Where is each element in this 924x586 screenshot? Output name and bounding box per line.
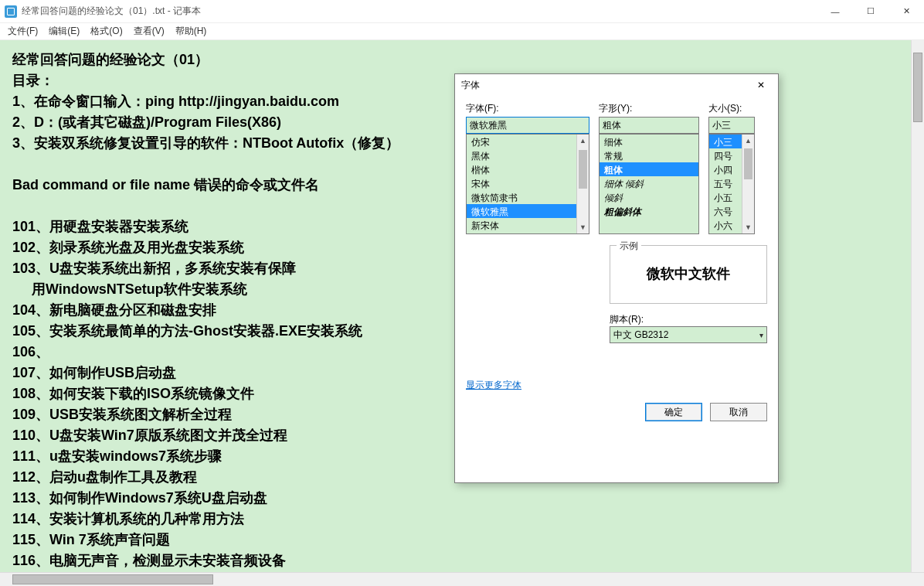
menu-file[interactable]: 文件(F) bbox=[3, 23, 42, 39]
font-dialog: 字体 ✕ 字体(F): 仿宋黑体楷体宋体微软简隶书微软雅黑新宋体 ▲ ▼ bbox=[454, 73, 779, 483]
dialog-body: 字体(F): 仿宋黑体楷体宋体微软简隶书微软雅黑新宋体 ▲ ▼ 字形(Y): 细… bbox=[455, 96, 778, 482]
style-option[interactable]: 粗体 bbox=[600, 162, 698, 176]
style-option[interactable]: 细体 倾斜 bbox=[600, 176, 698, 190]
script-select[interactable]: 中文 GB2312 ▾ bbox=[610, 326, 767, 343]
font-picker-row: 字体(F): 仿宋黑体楷体宋体微软简隶书微软雅黑新宋体 ▲ ▼ 字形(Y): 细… bbox=[466, 102, 767, 234]
size-listbox[interactable]: 小三四号小四五号小五六号小六 ▲ ▼ bbox=[708, 134, 755, 234]
size-label: 大小(S): bbox=[708, 102, 755, 115]
font-listbox[interactable]: 仿宋黑体楷体宋体微软简隶书微软雅黑新宋体 ▲ ▼ bbox=[466, 134, 589, 234]
horizontal-scrollbar[interactable] bbox=[0, 572, 924, 586]
font-input[interactable] bbox=[466, 117, 589, 134]
menu-edit[interactable]: 编辑(E) bbox=[44, 23, 84, 39]
horizontal-scroll-thumb[interactable] bbox=[12, 574, 213, 584]
font-option[interactable]: 宋体 bbox=[467, 176, 576, 190]
size-option[interactable]: 五号 bbox=[709, 176, 742, 190]
scroll-thumb[interactable] bbox=[744, 148, 752, 179]
sample-legend: 示例 bbox=[617, 240, 641, 253]
style-option[interactable]: 细体 bbox=[600, 135, 698, 148]
sample-group: 示例 微软中文软件 bbox=[610, 245, 767, 304]
style-option[interactable]: 粗偏斜体 bbox=[600, 204, 698, 218]
size-option[interactable]: 小三 bbox=[709, 135, 742, 148]
chevron-down-icon: ▾ bbox=[759, 331, 763, 339]
script-label: 脚本(R): bbox=[610, 314, 644, 325]
vertical-scroll-thumb[interactable] bbox=[913, 53, 922, 122]
font-column: 字体(F): 仿宋黑体楷体宋体微软简隶书微软雅黑新宋体 ▲ ▼ bbox=[466, 102, 589, 234]
style-option[interactable]: 常规 bbox=[600, 148, 698, 162]
font-label: 字体(F): bbox=[466, 102, 589, 115]
style-input[interactable] bbox=[599, 117, 699, 134]
sample-fieldset: 示例 微软中文软件 bbox=[610, 245, 767, 304]
menu-format[interactable]: 格式(O) bbox=[86, 23, 127, 39]
script-group: 脚本(R): 中文 GB2312 ▾ bbox=[610, 313, 767, 343]
font-option[interactable]: 微软简隶书 bbox=[467, 190, 576, 204]
font-option[interactable]: 仿宋 bbox=[467, 135, 576, 148]
vertical-scrollbar[interactable] bbox=[911, 40, 924, 572]
dialog-close-button[interactable]: ✕ bbox=[750, 77, 772, 93]
scroll-down-icon[interactable]: ▼ bbox=[577, 221, 589, 233]
maximize-button[interactable]: ☐ bbox=[853, 0, 888, 22]
style-option[interactable]: 倾斜 bbox=[600, 190, 698, 204]
script-value: 中文 GB2312 bbox=[613, 329, 668, 342]
scroll-up-icon[interactable]: ▲ bbox=[577, 135, 589, 147]
menu-help[interactable]: 帮助(H) bbox=[171, 23, 212, 39]
size-input[interactable] bbox=[708, 117, 755, 134]
font-option[interactable]: 微软雅黑 bbox=[467, 204, 576, 218]
ok-button[interactable]: 确定 bbox=[645, 403, 702, 421]
titlebar: 经常回答问题的经验论文（01）.txt - 记事本 — ☐ ✕ bbox=[0, 0, 924, 23]
size-option[interactable]: 六号 bbox=[709, 204, 742, 218]
dialog-title: 字体 bbox=[461, 79, 750, 92]
style-column: 字形(Y): 细体常规粗体细体 倾斜倾斜粗偏斜体 bbox=[599, 102, 699, 234]
app-icon bbox=[5, 5, 17, 18]
size-option[interactable]: 小五 bbox=[709, 190, 742, 204]
scroll-up-icon[interactable]: ▲ bbox=[742, 135, 754, 147]
window-controls: — ☐ ✕ bbox=[817, 0, 924, 22]
menu-view[interactable]: 查看(V) bbox=[129, 23, 169, 39]
font-option[interactable]: 新宋体 bbox=[467, 218, 576, 232]
font-list-scrollbar[interactable]: ▲ ▼ bbox=[576, 135, 589, 233]
dialog-buttons: 确定 取消 bbox=[466, 403, 767, 421]
sample-text: 微软中文软件 bbox=[617, 257, 760, 291]
font-option[interactable]: 黑体 bbox=[467, 148, 576, 162]
size-option[interactable]: 小四 bbox=[709, 162, 742, 176]
scroll-thumb[interactable] bbox=[579, 150, 587, 189]
size-option[interactable]: 小六 bbox=[709, 218, 742, 232]
show-more-fonts-link[interactable]: 显示更多字体 bbox=[466, 379, 521, 392]
size-column: 大小(S): 小三四号小四五号小五六号小六 ▲ ▼ bbox=[708, 102, 755, 234]
size-list-scrollbar[interactable]: ▲ ▼ bbox=[742, 135, 754, 233]
minimize-button[interactable]: — bbox=[817, 0, 853, 22]
scroll-down-icon[interactable]: ▼ bbox=[742, 221, 754, 233]
style-listbox[interactable]: 细体常规粗体细体 倾斜倾斜粗偏斜体 bbox=[599, 134, 699, 234]
close-button[interactable]: ✕ bbox=[888, 0, 924, 22]
style-label: 字形(Y): bbox=[599, 102, 699, 115]
size-option[interactable]: 四号 bbox=[709, 148, 742, 162]
font-option[interactable]: 楷体 bbox=[467, 162, 576, 176]
menubar: 文件(F) 编辑(E) 格式(O) 查看(V) 帮助(H) bbox=[0, 23, 924, 40]
window-title: 经常回答问题的经验论文（01）.txt - 记事本 bbox=[22, 5, 817, 18]
cancel-button[interactable]: 取消 bbox=[710, 403, 767, 421]
dialog-titlebar: 字体 ✕ bbox=[455, 74, 778, 96]
